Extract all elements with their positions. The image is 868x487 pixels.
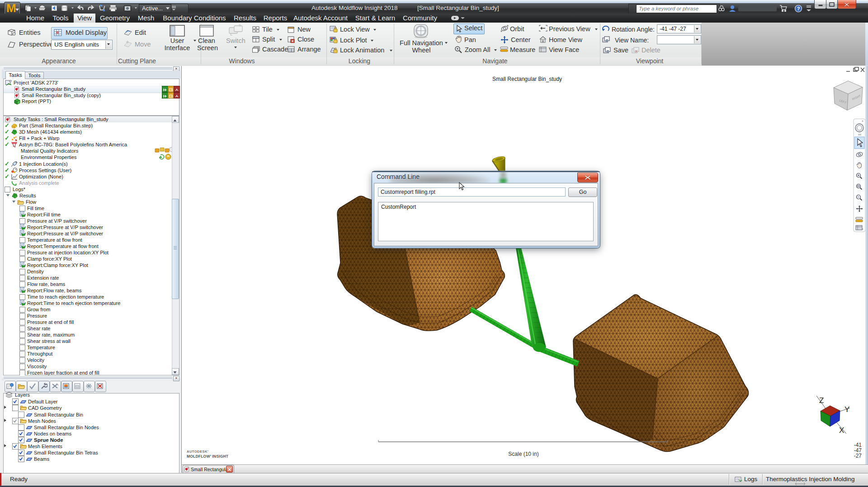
svg-text:MOLDFLOW’ INSIGHT: MOLDFLOW’ INSIGHT [187, 454, 229, 459]
svg-text:-27: -27 [854, 453, 862, 459]
svg-text:Y: Y [844, 405, 849, 414]
svg-text:X: X [839, 426, 844, 435]
svg-text:?: ? [797, 6, 800, 11]
svg-text:Small Rectangular Bin_study: Small Rectangular Bin_study [492, 76, 562, 82]
svg-text:Z: Z [819, 396, 824, 405]
svg-text:AUTODESK’: AUTODESK’ [187, 450, 209, 454]
svg-text:Scale (10 in): Scale (10 in) [508, 451, 538, 457]
